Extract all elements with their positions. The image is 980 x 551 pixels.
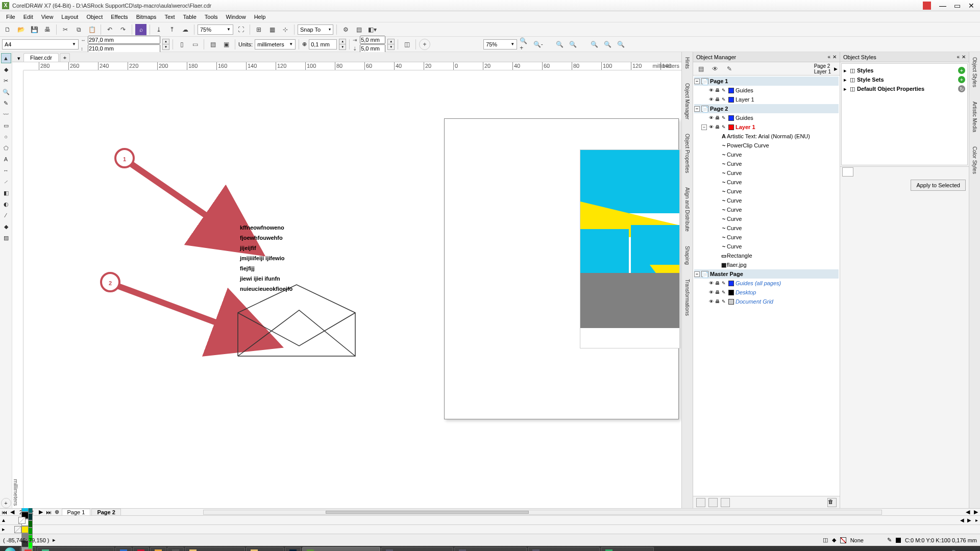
palette-scroll-up[interactable]: ▲ — [0, 517, 7, 523]
doc-tab-add[interactable]: + — [60, 53, 70, 62]
styles-list[interactable]: ▸◫Styles+▸◫Style Sets+▸◫Default Object P… — [841, 63, 968, 165]
coords-flyout[interactable]: ▸ — [53, 537, 56, 543]
redo-button[interactable]: ↷ — [117, 24, 129, 35]
status-tool1-icon[interactable]: ◫ — [823, 537, 828, 543]
tree-row[interactable]: ~ Curve — [694, 187, 839, 196]
zoom-page-button[interactable]: 🔍 — [589, 39, 600, 50]
taskbar-item[interactable]: Alphacam Ultimate ... — [381, 547, 454, 551]
menu-table[interactable]: Table — [179, 13, 201, 21]
tree-row[interactable]: ~ Curve — [694, 159, 839, 168]
tree-row[interactable]: ~ Curve — [694, 178, 839, 187]
rectangle-tool[interactable]: ▭ — [1, 120, 11, 131]
landscape-button[interactable]: ▭ — [189, 39, 201, 50]
doc-tab-prev[interactable]: ▾ — [14, 55, 23, 62]
tree-row[interactable]: ~ Curve — [694, 233, 839, 242]
palette-scroll-left[interactable]: ◀ — [959, 517, 966, 523]
taskbar-item[interactable]: za Emo — [246, 547, 284, 551]
taskbar-item[interactable] — [133, 547, 149, 551]
launch-button[interactable]: ▤ — [353, 24, 364, 35]
options-button[interactable]: ⚙ — [340, 24, 351, 35]
om-view-icon[interactable]: 👁 — [709, 63, 721, 74]
fullscreen-button[interactable]: ⛶ — [235, 24, 247, 35]
doc-palette-menu[interactable]: ▸ — [2, 526, 11, 533]
start-button[interactable] — [1, 546, 19, 551]
tree-row[interactable]: −📄Master Page — [694, 269, 839, 279]
tree-row[interactable]: ▦ flaer.jpg — [694, 260, 839, 269]
page-height-input[interactable] — [88, 44, 160, 53]
om-menu-arrow[interactable]: ▶ — [834, 66, 838, 71]
outline-icon[interactable]: ✎ — [887, 537, 892, 543]
object-tree[interactable]: −📄Page 1−👁🖶✎Guides−👁🖶✎Layer 1−📄Page 2−👁🖶… — [693, 76, 840, 496]
docker-tab[interactable]: Hints — [683, 55, 691, 71]
dup-spinner[interactable]: ▲▼ — [387, 39, 395, 50]
status-tool2-icon[interactable]: ◆ — [832, 537, 836, 543]
canvas[interactable]: 1 2 kffneowfnowenofjoewhfouwehfojijeijfi… — [23, 70, 681, 508]
menu-window[interactable]: Window — [222, 13, 250, 21]
tree-row[interactable]: ▭ Rectangle — [694, 251, 839, 260]
guides-button[interactable]: ⊹ — [280, 24, 291, 35]
undo-button[interactable]: ↶ — [104, 24, 115, 35]
panel-close-button[interactable]: ✕ — [832, 54, 837, 60]
style-preview-icon[interactable] — [842, 167, 853, 177]
tree-row[interactable]: ~ Curve — [694, 168, 839, 178]
import-button[interactable]: ⤓ — [153, 24, 164, 35]
delete-button[interactable]: 🗑 — [827, 498, 837, 507]
treat-as-filled-button[interactable]: ◫ — [401, 39, 412, 50]
menu-text[interactable]: Text — [160, 13, 179, 21]
menu-view[interactable]: View — [37, 13, 58, 21]
tree-row[interactable]: ~ PowerClip Curve — [694, 141, 839, 150]
tree-row[interactable]: −📄Page 1 — [694, 77, 839, 86]
page-scrollbar[interactable] — [680, 149, 681, 348]
docker-tab[interactable]: Object Manager — [683, 81, 691, 121]
taskbar-item[interactable] — [150, 547, 166, 551]
taskbar-item[interactable]: Coreldraw: Разделян... — [37, 547, 114, 551]
close-button[interactable]: ✕ — [965, 1, 978, 10]
taskbar-item[interactable]: Folder Lock 7 — [601, 547, 654, 551]
nudge-spinner[interactable]: ▲▼ — [339, 39, 346, 50]
ruler-horizontal[interactable]: millimeters 2802602402202001801601401201… — [23, 62, 681, 70]
hscroll-right[interactable]: ▶ — [972, 509, 980, 515]
new-layer-button[interactable] — [696, 498, 705, 507]
tree-row[interactable]: −👁🖶✎Layer 1 — [694, 95, 839, 104]
zoom-height-button[interactable]: 🔍 — [615, 39, 626, 50]
taskbar-item[interactable] — [285, 547, 301, 551]
zoom-combo-2[interactable]: 75%▼ — [483, 39, 517, 49]
menu-layout[interactable]: Layout — [57, 13, 82, 21]
tree-row[interactable]: 👁🖶✎Guides (all pages) — [694, 279, 839, 288]
page-prev-button[interactable]: ◀ — [8, 509, 16, 515]
smart-fill-tool[interactable]: ▨ — [1, 233, 11, 243]
docker-tab[interactable]: Artistic Media — [971, 99, 978, 134]
shield-icon[interactable] — [923, 2, 931, 10]
zoom-width-button[interactable]: 🔍 — [602, 39, 613, 50]
polygon-tool[interactable]: ⬠ — [1, 143, 11, 153]
tree-row[interactable]: −👁🖶✎Guides — [694, 113, 839, 122]
taskbar-item[interactable]: CorelDRAW X7 (64-B... — [302, 547, 380, 551]
quick-customize-button[interactable]: + — [1, 498, 11, 508]
tree-row[interactable]: 👁🖶✎Desktop — [694, 288, 839, 297]
new-layer-all-button[interactable] — [721, 498, 730, 507]
text-tool[interactable]: A — [1, 154, 11, 164]
interactive-fill-tool[interactable]: ◆ — [1, 221, 11, 232]
page-size-combo[interactable]: A4▼ — [2, 39, 79, 49]
page-first-button[interactable]: ⏮ — [0, 509, 8, 515]
page-last-button[interactable]: ⏭ — [45, 509, 53, 515]
connector-tool[interactable]: ⟋ — [1, 177, 11, 187]
tree-row[interactable]: ~ Curve — [694, 196, 839, 205]
no-color-swatch[interactable] — [18, 517, 26, 524]
om-edit-icon[interactable]: ✎ — [724, 63, 735, 74]
print-button[interactable]: 🖶 — [42, 24, 53, 35]
eyedropper-tool[interactable]: ⁄ — [1, 210, 11, 220]
docker-tab[interactable]: Shaping — [683, 244, 691, 267]
paste-button[interactable]: 📋 — [86, 24, 97, 35]
style-item[interactable]: ▸◫Styles+ — [844, 66, 965, 75]
menu-bitmaps[interactable]: Bitmaps — [132, 13, 161, 21]
current-page-button[interactable]: ▣ — [220, 39, 232, 50]
styles-collapse-button[interactable]: « — [957, 54, 960, 60]
tree-row[interactable]: −📄Page 2 — [694, 104, 839, 113]
snap-combo[interactable]: Snap To▾ — [298, 24, 333, 35]
app-launch-button[interactable]: ◧▾ — [366, 24, 378, 35]
om-layer-manager-icon[interactable]: ▤ — [695, 63, 706, 74]
horizontal-scrollbar[interactable] — [203, 510, 882, 515]
page-tab[interactable]: Page 2 — [91, 509, 120, 515]
tree-row[interactable]: −👁🖶✎Layer 1 — [694, 122, 839, 132]
